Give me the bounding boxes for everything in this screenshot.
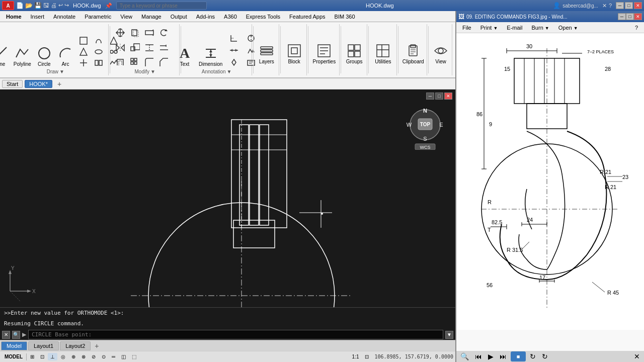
pin-icon[interactable]: 📌 [105, 3, 112, 9]
right-menu-burn[interactable]: Burn ▼ [528, 24, 553, 32]
open-dropdown-icon[interactable]: ▼ [574, 26, 578, 31]
otrack-btn[interactable]: ⊗ [79, 353, 88, 360]
menu-a360[interactable]: A360 [220, 13, 241, 21]
line-button[interactable]: Line [0, 44, 10, 68]
add-tab-btn[interactable]: + [54, 79, 64, 88]
view-button[interactable]: View [432, 42, 450, 65]
window-close-btn[interactable]: ✕ [632, 351, 642, 361]
search-input[interactable] [116, 2, 207, 10]
current-page-btn[interactable]: ■ [511, 351, 526, 361]
modify-copy[interactable] [128, 27, 141, 38]
menu-express[interactable]: Express Tools [242, 13, 284, 21]
command-close-btn[interactable]: ✕ [2, 331, 10, 339]
arc-button[interactable]: Arc [56, 44, 74, 68]
transparency-btn[interactable]: ◫ [119, 353, 128, 360]
command-dropdown-btn[interactable]: ▼ [445, 331, 453, 339]
circle-button[interactable]: Circle [35, 44, 53, 68]
play-btn[interactable]: ▶ [486, 351, 496, 361]
right-restore-btn[interactable]: □ [626, 13, 634, 20]
start-tab[interactable]: Start [2, 80, 23, 88]
osnap-btn[interactable]: ⊕ [69, 353, 78, 360]
modify-rotate[interactable] [157, 27, 171, 38]
modify-fillet[interactable] [143, 57, 156, 68]
menu-annotate[interactable]: Annotate [49, 13, 79, 21]
next-btn[interactable]: ⏭ [498, 351, 509, 361]
save-icon[interactable]: 💾 [34, 2, 42, 9]
canvas-minimize-btn[interactable]: ─ [426, 93, 434, 100]
linewidth-btn[interactable]: ═ [109, 353, 118, 360]
selection-btn[interactable]: ⬚ [129, 353, 139, 360]
modify-offset[interactable] [114, 57, 127, 68]
right-menu-email[interactable]: E-mail [503, 24, 526, 32]
annotation-scale[interactable]: 1:1 [350, 353, 362, 360]
minimize-btn[interactable]: ─ [616, 2, 624, 9]
right-menu-open[interactable]: Open ▼ [554, 24, 582, 32]
forward-btn[interactable]: ↻ [540, 351, 550, 361]
menu-manage[interactable]: Manage [137, 13, 166, 21]
draw-more-1[interactable] [77, 36, 90, 46]
canvas-close-btn[interactable]: ✕ [444, 93, 452, 100]
close-user-icon[interactable]: ✕ [602, 3, 607, 9]
polyline-button[interactable]: Polyline [13, 44, 32, 68]
draw-more-6[interactable] [93, 58, 105, 68]
menu-addins[interactable]: Add-ins [192, 13, 219, 21]
modify-scale[interactable] [128, 42, 141, 53]
redo-icon[interactable]: ↪ [64, 2, 69, 9]
restore-btn[interactable]: □ [625, 2, 633, 9]
layout1-tab[interactable]: Layout1 [28, 341, 59, 350]
annot-more-3[interactable] [227, 57, 240, 68]
layout2-tab[interactable]: Layout2 [60, 341, 91, 350]
add-layout-btn[interactable]: + [92, 341, 102, 351]
right-menu-print[interactable]: Print ▼ [476, 24, 502, 32]
canvas-restore-btn[interactable]: □ [435, 93, 443, 100]
utilities-button[interactable]: Utilities [374, 42, 392, 65]
draw-more-4[interactable] [93, 36, 105, 46]
ortho-btn[interactable]: ⊥ [48, 353, 57, 360]
burn-dropdown-icon[interactable]: ▼ [545, 26, 549, 31]
draw-dropdown-icon[interactable]: ▼ [59, 69, 64, 74]
model-tab[interactable]: Model [1, 341, 27, 350]
model-indicator[interactable]: MODEL [2, 353, 25, 360]
groups-button[interactable]: Groups [345, 42, 364, 65]
draw-more-2[interactable] [77, 47, 90, 57]
draw-more-5[interactable] [93, 47, 105, 57]
hook-tab[interactable]: HOOK* [25, 80, 52, 88]
menu-insert[interactable]: Insert [27, 13, 49, 21]
modify-trim[interactable] [143, 42, 156, 53]
modify-dropdown-icon[interactable]: ▼ [150, 69, 155, 74]
right-help-btn[interactable]: ? [631, 24, 642, 32]
properties-button[interactable]: Properties [312, 42, 337, 65]
right-close-btn[interactable]: ✕ [634, 13, 642, 20]
zoom-level[interactable]: ⊡ [362, 353, 371, 360]
zoom-out-btn[interactable]: 🔍 [458, 351, 471, 361]
command-input[interactable] [28, 330, 443, 339]
print-icon[interactable]: 🖨 [51, 2, 57, 9]
block-button[interactable]: Block [285, 42, 303, 65]
refresh-btn[interactable]: ↻ [528, 351, 538, 361]
save-as-icon[interactable]: 🖫 [43, 2, 49, 9]
text-button[interactable]: A Text [176, 44, 194, 68]
menu-view[interactable]: View [116, 13, 136, 21]
layers-button[interactable]: Layers [258, 42, 276, 65]
modify-array[interactable] [128, 57, 141, 68]
dyn-btn[interactable]: ⊙ [99, 353, 108, 360]
undo-icon[interactable]: ↩ [58, 2, 63, 9]
menu-parametric[interactable]: Parametric [80, 13, 115, 21]
command-search-btn[interactable]: 🔍 [12, 331, 20, 339]
drawing-canvas[interactable]: N S E W TOP WCS [0, 89, 455, 307]
polar-btn[interactable]: ◎ [58, 353, 68, 360]
menu-bim360[interactable]: BIM 360 [331, 13, 359, 21]
close-btn[interactable]: ✕ [634, 2, 642, 9]
right-menu-file[interactable]: File [458, 24, 475, 32]
menu-home[interactable]: Home [2, 13, 26, 21]
grid-btn[interactable]: ⊞ [28, 353, 37, 360]
modify-chamfer[interactable] [157, 57, 171, 68]
print-dropdown-icon[interactable]: ▼ [493, 26, 498, 31]
open-icon[interactable]: 📂 [25, 2, 33, 9]
annotation-dropdown-icon[interactable]: ▼ [227, 69, 232, 74]
dimension-button[interactable]: Dimension [198, 44, 223, 68]
prev-btn[interactable]: ⏮ [473, 351, 484, 361]
annot-more-2[interactable] [227, 45, 240, 56]
modify-extend[interactable] [157, 42, 171, 53]
modify-stretch[interactable] [143, 27, 156, 38]
